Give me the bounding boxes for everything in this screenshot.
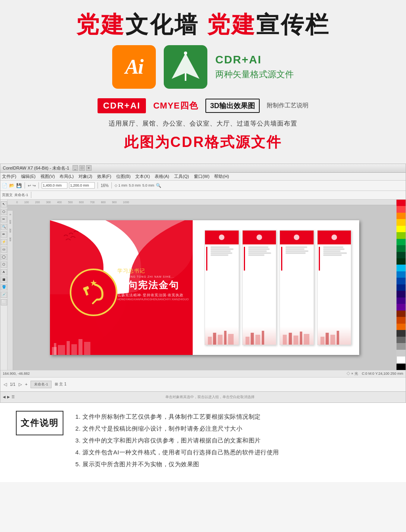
vertical-card-1	[205, 230, 239, 345]
page-nav-prev[interactable]: ◁	[4, 382, 7, 387]
card1-accent	[206, 247, 207, 271]
tool-shape[interactable]: ⬡	[1, 209, 7, 215]
vertical-card-3	[280, 230, 314, 345]
svg-rect-23	[289, 333, 292, 345]
swatch-orange[interactable]	[396, 213, 406, 219]
cdr-tools-panel: ↖ ⬡ ✂ 🔍 ✏ ⚡ ▭ ◯ ⬠ A ▦ 🪣 💉 ⬜	[0, 200, 8, 370]
toolbar-search[interactable]: 🔍	[156, 183, 161, 188]
svg-rect-15	[218, 335, 222, 345]
tool-zoom[interactable]: 🔍	[1, 224, 7, 230]
swatch-darkgreen[interactable]	[396, 245, 406, 252]
tag-cdr-ai: CDR+AI	[98, 98, 146, 113]
birds-area	[62, 228, 94, 254]
close-button[interactable]: ×	[86, 165, 92, 171]
tool-select[interactable]: ↖	[1, 201, 7, 208]
toolbar-redo[interactable]: ↪	[33, 183, 36, 188]
card1-line1	[211, 246, 230, 248]
swatch-indigo[interactable]	[396, 291, 406, 297]
swatch-forestgreen[interactable]	[396, 258, 406, 265]
tool-table[interactable]: ▦	[1, 276, 7, 283]
tool-eyedropper[interactable]: 💉	[1, 292, 7, 298]
tool-fill[interactable]: 🪣	[1, 284, 7, 290]
swatch-amber[interactable]	[396, 219, 406, 225]
maximize-button[interactable]: □	[79, 165, 85, 171]
tool-rect[interactable]: ▭	[1, 246, 7, 253]
swatch-violet[interactable]	[396, 304, 406, 310]
swatch-deepgreen[interactable]	[396, 252, 406, 258]
menu-bitmap[interactable]: 位图(B)	[116, 174, 131, 179]
color-swatches	[396, 200, 406, 370]
menu-object[interactable]: 对象(J)	[79, 174, 92, 179]
design-main-text: 八句宪法金句	[117, 280, 189, 291]
swatch-red[interactable]	[396, 200, 406, 206]
card2-header	[243, 231, 276, 244]
minimize-button[interactable]: _	[73, 165, 78, 171]
swatch-black[interactable]	[396, 364, 406, 370]
layer-tab-1[interactable]: 未命名-1	[31, 381, 52, 388]
menu-tools[interactable]: 工具(Q)	[174, 174, 189, 179]
tool-crop[interactable]: ✂	[1, 216, 7, 223]
svg-rect-19	[251, 333, 254, 345]
tool-freehand[interactable]: ✏	[1, 231, 7, 238]
tag-cmye: CMYE四色	[153, 100, 198, 112]
page-nav-next[interactable]: ▷	[19, 382, 22, 387]
swatch-darkgray[interactable]	[396, 330, 406, 336]
cdr-toolbar-secondary: 页面文 未命名-1	[0, 191, 406, 200]
cdr-canvas: 学习总书记 XI JINPING TONG ZHI NAM SIHE... 八句…	[13, 205, 396, 370]
swatch-white[interactable]	[396, 356, 406, 363]
bottom-icon2[interactable]: ▶	[7, 395, 10, 399]
swatch-lightgray[interactable]	[396, 350, 406, 356]
menu-table[interactable]: 表格(A)	[155, 174, 169, 179]
swatch-green[interactable]	[396, 239, 406, 245]
card4-body	[318, 244, 351, 327]
bottom-icon3[interactable]: ☰	[11, 395, 15, 399]
toolbar-width-input[interactable]	[42, 182, 67, 189]
toolbar-icon-save[interactable]: 💾	[16, 183, 22, 188]
menu-layout[interactable]: 布局(L)	[59, 174, 73, 179]
header-section: 党建文化墙 党建宣传栏 Ai CDR+AI 两种矢量格式源文件 CDR+AI C…	[0, 0, 406, 164]
menu-help[interactable]: 帮助(H)	[214, 174, 229, 179]
swatch-burnt[interactable]	[396, 324, 406, 330]
swatch-lime[interactable]	[396, 232, 406, 238]
swatch-yellow[interactable]	[396, 226, 406, 232]
toolbar-undo[interactable]: ↩	[28, 183, 31, 188]
svg-rect-17	[228, 334, 234, 345]
swatch-cyan[interactable]	[396, 265, 406, 271]
screenshot-area: CorelDRAW X7 (64-Bit) - 未命名-1 _ □ × 文件(F…	[0, 164, 406, 403]
card2-line4	[248, 252, 271, 254]
tool-text[interactable]: A	[1, 269, 7, 275]
menu-effects[interactable]: 效果(F)	[97, 174, 111, 179]
vertical-card-2	[242, 230, 277, 345]
swatch-midgray[interactable]	[396, 343, 406, 349]
tool-ellipse[interactable]: ◯	[1, 254, 7, 260]
tool-polygon[interactable]: ⬠	[1, 261, 7, 268]
menu-edit[interactable]: 编辑(E)	[21, 174, 36, 179]
menu-view[interactable]: 视图(V)	[40, 174, 55, 179]
toolbar-icon-new[interactable]: 📄	[2, 183, 8, 188]
svg-rect-30	[337, 331, 339, 345]
svg-rect-27	[320, 337, 324, 345]
card4-dot	[331, 235, 337, 240]
layer-tab-icon[interactable]: ⊞ 主 1	[55, 381, 66, 387]
tool-outline[interactable]: ⬜	[1, 299, 7, 305]
menu-window[interactable]: 窗口(W)	[194, 174, 210, 179]
card4-line2	[323, 248, 345, 250]
bottom-icon1[interactable]: ◀	[3, 395, 6, 399]
swatch-gray[interactable]	[396, 337, 406, 343]
svg-rect-14	[213, 333, 216, 345]
swatch-lightred[interactable]	[396, 206, 406, 212]
tool-smart[interactable]: ⚡	[1, 239, 7, 245]
toolbar-icon-open[interactable]: 📂	[9, 183, 15, 188]
svg-rect-24	[293, 336, 298, 345]
swatch-sienna[interactable]	[396, 317, 406, 323]
page-nav-add[interactable]: +	[25, 382, 27, 387]
menu-text[interactable]: 文本(X)	[135, 174, 150, 179]
menu-file[interactable]: 文件(F)	[2, 174, 16, 179]
swatch-darkblue[interactable]	[396, 278, 406, 284]
card4-accent	[319, 247, 320, 271]
swatch-brown[interactable]	[396, 311, 406, 317]
swatch-purple[interactable]	[396, 297, 406, 304]
swatch-navy[interactable]	[396, 284, 406, 291]
swatch-blue[interactable]	[396, 271, 406, 278]
toolbar-height-input[interactable]	[69, 182, 95, 189]
